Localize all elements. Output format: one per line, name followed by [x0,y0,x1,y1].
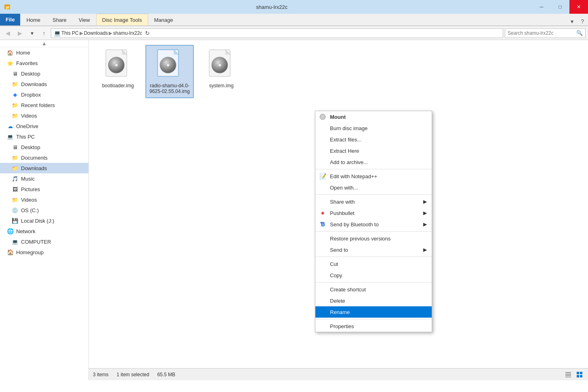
svg-point-6 [115,63,118,67]
large-icons-view-icon [576,371,583,378]
sidebar-item-favorites[interactable]: ⭐ Favorites [0,58,88,68]
ctx-edit-notepad-label: Edit with Notepad++ [330,173,377,179]
home-icon: 🏠 [6,49,14,56]
sidebar-desktop-pc-label: Desktop [21,144,40,150]
back-button[interactable]: ◀ [2,28,13,38]
ctx-sep-4 [315,257,432,257]
sidebar-item-recent-folders[interactable]: 📁 Recent folders [0,100,88,110]
ctx-add-archive-label: Add to archive... [330,159,368,165]
ctx-mount[interactable]: Mount [315,111,432,122]
ctx-pushbullet[interactable]: ● Pushbullet ▶ [315,207,432,219]
main-area: ▲ 🏠 Home ⭐ Favorites 🖥 Desktop 📁 Downloa… [0,40,588,380]
ctx-delete[interactable]: Delete [315,295,432,306]
sidebar-local-j-label: Local Disk (J:) [21,218,54,224]
ctx-cut[interactable]: Cut [315,258,432,270]
address-path[interactable]: 💻 This PC ▶ Downloads ▶ shamu-lrx22c ↻ [51,28,503,38]
onedrive-icon: ☁ [6,122,14,130]
ctx-copy-label: Copy [330,272,342,278]
ctx-extract-here[interactable]: Extract Here [315,145,432,156]
svg-point-18 [322,116,323,118]
file-item-bootloader[interactable]: bootloader.img [94,45,142,98]
sidebar-recent-folders-label: Recent folders [21,102,55,108]
sidebar-item-videos-pc[interactable]: 📁 Videos [0,194,88,205]
file-grid: bootloader.img [89,40,588,103]
tab-home[interactable]: Home [20,14,46,25]
close-button[interactable]: ✕ [569,0,588,14]
path-downloads[interactable]: Downloads [84,30,108,36]
file-item-system[interactable]: system.img [197,45,246,98]
refresh-button[interactable]: ↻ [142,28,153,38]
tab-manage[interactable]: Manage [148,14,179,25]
sidebar-pictures-label: Pictures [21,186,40,192]
sidebar-item-homegroup[interactable]: 🏠 Homegroup [0,247,88,257]
ctx-properties[interactable]: Properties [315,320,432,332]
ctx-delete-label: Delete [330,298,345,304]
sidebar-item-music[interactable]: 🎵 Music [0,173,88,184]
maximize-button[interactable]: □ [551,0,569,14]
ctx-edit-notepad[interactable]: 📝 Edit with Notepad++ [315,171,432,182]
sidebar-item-computer[interactable]: 💻 COMPUTER [0,236,88,247]
sidebar-item-desktop-pc[interactable]: 🖥 Desktop [0,142,88,152]
path-this-pc[interactable]: 💻 This PC [54,30,79,36]
bluetooth-icon: Ɓ [319,220,327,228]
sidebar-item-downloads-fav[interactable]: 📁 Downloads [0,79,88,89]
ctx-rename[interactable]: Rename [315,306,432,318]
search-icon[interactable]: 🔍 [576,30,583,36]
context-menu: Mount Burn disc image Extract files... E… [315,111,432,332]
radio-shamu-disc-icon [155,49,184,81]
sidebar-item-onedrive[interactable]: ☁ OneDrive [0,121,88,131]
ctx-copy[interactable]: Copy [315,270,432,281]
details-view-icon [565,371,571,378]
ctx-restore-versions[interactable]: Restore previous versions [315,233,432,244]
sidebar-desktop-fav-label: Desktop [21,71,40,77]
ctx-send-to[interactable]: Send to ▶ [315,244,432,255]
radio-shamu-icon-container [153,49,186,81]
details-view-button[interactable] [564,370,573,379]
tab-disc-tools[interactable]: Disc Image Tools [96,14,148,25]
sidebar-item-documents[interactable]: 📁 Documents [0,152,88,163]
sidebar-item-home[interactable]: 🏠 Home [0,47,88,58]
tab-share[interactable]: Share [46,14,73,25]
sidebar-item-this-pc[interactable]: 💻 This PC [0,131,88,142]
ribbon-tabs: File Home Share View Disc Image Tools Ma… [0,14,588,26]
sidebar-item-dropbox[interactable]: ◈ Dropbox [0,89,88,100]
forward-button[interactable]: ▶ [15,28,25,38]
tab-view[interactable]: View [73,14,96,25]
ribbon-help-button[interactable]: ? [578,17,586,25]
up-button[interactable]: ↑ [39,28,49,38]
sidebar-item-downloads-pc[interactable]: 📁 Downloads [0,163,88,173]
ctx-create-shortcut[interactable]: Create shortcut [315,284,432,295]
ctx-properties-label: Properties [330,323,354,329]
tab-file[interactable]: File [0,14,20,25]
ctx-add-archive[interactable]: Add to archive... [315,156,432,168]
sidebar-item-desktop-fav[interactable]: 🖥 Desktop [0,68,88,79]
file-item-radio-shamu[interactable]: radio-shamu-d4.0-9625-02.55.04.img [145,45,194,98]
file-area: bootloader.img [89,40,588,380]
sidebar-item-network[interactable]: 🌐 Network [0,226,88,236]
large-icons-view-button[interactable] [575,370,584,379]
system-icon-container [205,49,237,81]
ctx-open-with[interactable]: Open with... [315,182,432,193]
ribbon-collapse-button[interactable]: ▾ [568,17,576,25]
sidebar-item-videos-fav[interactable]: 📁 Videos [0,110,88,121]
computer-icon: 💻 [11,238,19,245]
sidebar-item-local-j[interactable]: 💾 Local Disk (J:) [0,215,88,226]
sidebar-videos-fav-label: Videos [21,113,37,119]
status-size: 65.5 MB [157,372,175,377]
ctx-extract-files[interactable]: Extract files... [315,134,432,145]
minimize-button[interactable]: ─ [532,0,551,14]
videos-fav-icon: 📁 [11,112,19,119]
ctx-burn[interactable]: Burn disc image [315,122,432,134]
ctx-share-with[interactable]: Share with ▶ [315,196,432,207]
sidebar-item-os-c[interactable]: 💿 OS (C:) [0,205,88,215]
svg-rect-19 [565,372,571,373]
svg-point-11 [166,63,170,67]
ctx-send-bluetooth[interactable]: Ɓ Send by Bluetooth to ▶ [315,219,432,230]
sidebar-item-pictures[interactable]: 🖼 Pictures [0,184,88,194]
sidebar-scroll-up[interactable]: ▲ [0,40,88,47]
ctx-extract-here-label: Extract Here [330,148,359,154]
bluetooth-arrow: ▶ [423,221,427,227]
address-dropdown-button[interactable]: ▾ [27,28,37,38]
search-input[interactable] [508,30,575,36]
path-folder[interactable]: shamu-lrx22c [113,30,142,36]
